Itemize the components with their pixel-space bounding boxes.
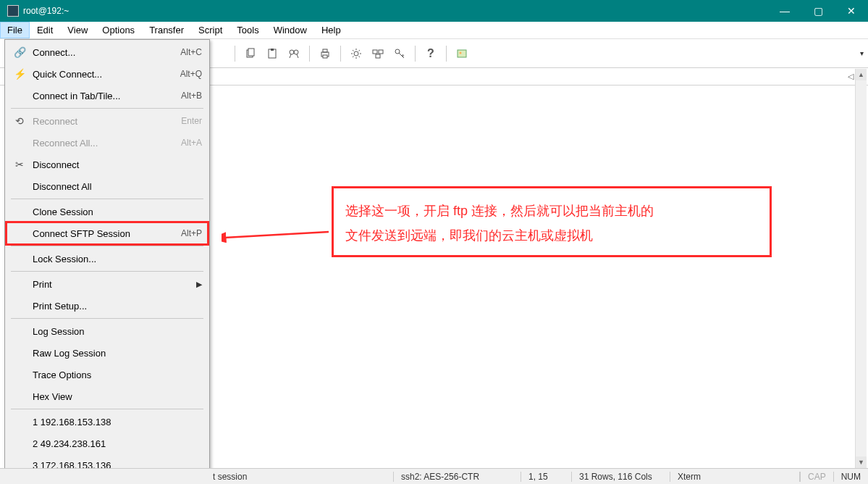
settings-icon[interactable] <box>347 44 366 63</box>
status-cap: CAP <box>800 472 833 482</box>
vertical-scrollbar[interactable]: ▲ ▼ <box>855 69 867 468</box>
svg-rect-10 <box>373 50 377 54</box>
menu-separator <box>11 271 203 272</box>
broken-link-icon: ✂ <box>12 159 27 170</box>
scroll-down-icon[interactable]: ▼ <box>856 456 867 468</box>
status-dimensions: 31 Rows, 116 Cols <box>572 472 670 482</box>
menu-print-setup[interactable]: Print Setup... <box>7 295 208 317</box>
menu-raw-log-session[interactable]: Raw Log Session <box>7 342 208 364</box>
svg-line-16 <box>224 232 329 238</box>
print-icon[interactable] <box>316 44 334 63</box>
menu-disconnect[interactable]: ✂Disconnect <box>7 154 208 175</box>
menu-disconnect-all[interactable]: Disconnect All <box>7 175 208 197</box>
svg-rect-7 <box>323 49 327 52</box>
annotation-line2: 文件发送到远端，即我们的云主机或虚拟机 <box>345 223 758 248</box>
svg-rect-11 <box>379 50 383 54</box>
menu-separator <box>11 199 203 199</box>
svg-point-4 <box>290 50 294 54</box>
window-minimize-button[interactable]: — <box>768 0 801 22</box>
app-icon <box>7 5 19 17</box>
svg-point-9 <box>354 51 358 56</box>
menu-lock-session[interactable]: Lock Session... <box>7 248 208 270</box>
toolbar-separator <box>415 46 416 62</box>
submenu-arrow-icon: ▶ <box>196 280 202 289</box>
lightning-icon: ⚡ <box>12 68 27 80</box>
svg-rect-14 <box>458 50 466 57</box>
svg-point-5 <box>294 50 298 54</box>
annotation-line1: 选择这一项，开启 ftp 连接，然后就可以把当前主机的 <box>345 199 758 223</box>
menu-options[interactable]: Options <box>95 22 142 38</box>
toolbar-separator <box>309 46 310 62</box>
menubar: File Edit View Options Transfer Script T… <box>0 22 868 39</box>
copy-icon[interactable] <box>241 44 260 63</box>
scroll-up-icon[interactable]: ▲ <box>856 69 867 80</box>
paste-icon[interactable] <box>263 44 282 63</box>
toolbar-separator <box>340 46 341 62</box>
menu-file[interactable]: File <box>0 22 30 38</box>
menu-reconnect-all: Reconnect All...Alt+A <box>7 132 208 154</box>
menu-edit[interactable]: Edit <box>30 22 60 38</box>
window-titlebar: root@192:~ — ▢ ✕ <box>0 0 868 22</box>
menu-separator <box>11 246 203 246</box>
menu-recent-1[interactable]: 1 192.168.153.138 <box>7 411 208 433</box>
svg-rect-8 <box>323 55 327 58</box>
menu-recent-2[interactable]: 2 49.234.238.161 <box>7 433 208 454</box>
status-term: Xterm <box>670 472 800 482</box>
status-session: t session <box>0 472 394 482</box>
menu-clone-session[interactable]: Clone Session <box>7 201 208 222</box>
key-icon[interactable] <box>390 44 409 63</box>
help-icon[interactable]: ? <box>421 44 440 63</box>
menu-tools[interactable]: Tools <box>229 22 266 38</box>
svg-rect-12 <box>376 54 380 58</box>
file-menu-dropdown: 🔗Connect...Alt+C ⚡Quick Connect...Alt+Q … <box>4 39 210 484</box>
link-icon: 🔗 <box>12 46 27 58</box>
tab-scroll-left-icon[interactable]: ◁ <box>848 72 854 81</box>
svg-rect-1 <box>248 49 254 56</box>
menu-separator <box>11 318 203 319</box>
status-cursor-pos: 1, 15 <box>521 472 572 482</box>
annotation-box: 选择这一项，开启 ftp 连接，然后就可以把当前主机的 文件发送到远端，即我们的… <box>332 186 772 257</box>
find-icon[interactable] <box>285 44 303 63</box>
menu-separator <box>11 108 203 109</box>
menu-help[interactable]: Help <box>314 22 348 38</box>
menu-connect[interactable]: 🔗Connect...Alt+C <box>7 41 208 63</box>
status-protocol: ssh2: AES-256-CTR <box>394 472 521 482</box>
menu-hex-view[interactable]: Hex View <box>7 385 208 407</box>
toolbar-separator <box>235 46 235 62</box>
refresh-icon: ⟲ <box>12 115 27 127</box>
annotation-arrow-icon <box>222 230 330 245</box>
menu-transfer[interactable]: Transfer <box>142 22 191 38</box>
menu-separator <box>11 409 203 409</box>
sessions-icon[interactable] <box>368 44 387 63</box>
window-title: root@192:~ <box>23 6 768 16</box>
svg-rect-3 <box>271 49 274 51</box>
status-num: NUM <box>833 472 868 482</box>
image-icon[interactable] <box>452 44 471 63</box>
window-maximize-button[interactable]: ▢ <box>801 0 835 22</box>
menu-connect-sftp[interactable]: Connect SFTP SessionAlt+P <box>7 222 208 244</box>
status-bar: t session ssh2: AES-256-CTR 1, 15 31 Row… <box>0 468 868 484</box>
menu-window[interactable]: Window <box>266 22 314 38</box>
toolbar-separator <box>446 46 447 62</box>
menu-view[interactable]: View <box>60 22 95 38</box>
menu-reconnect: ⟲ReconnectEnter <box>7 110 208 132</box>
toolbar-overflow-icon[interactable]: ▾ <box>860 49 864 57</box>
menu-log-session[interactable]: Log Session <box>7 320 208 342</box>
menu-trace-options[interactable]: Trace Options <box>7 364 208 385</box>
window-close-button[interactable]: ✕ <box>835 0 868 22</box>
svg-point-15 <box>460 51 462 54</box>
menu-script[interactable]: Script <box>191 22 229 38</box>
menu-quick-connect[interactable]: ⚡Quick Connect...Alt+Q <box>7 63 208 85</box>
menu-print[interactable]: Print▶ <box>7 273 208 295</box>
menu-connect-tab[interactable]: Connect in Tab/Tile...Alt+B <box>7 85 208 107</box>
